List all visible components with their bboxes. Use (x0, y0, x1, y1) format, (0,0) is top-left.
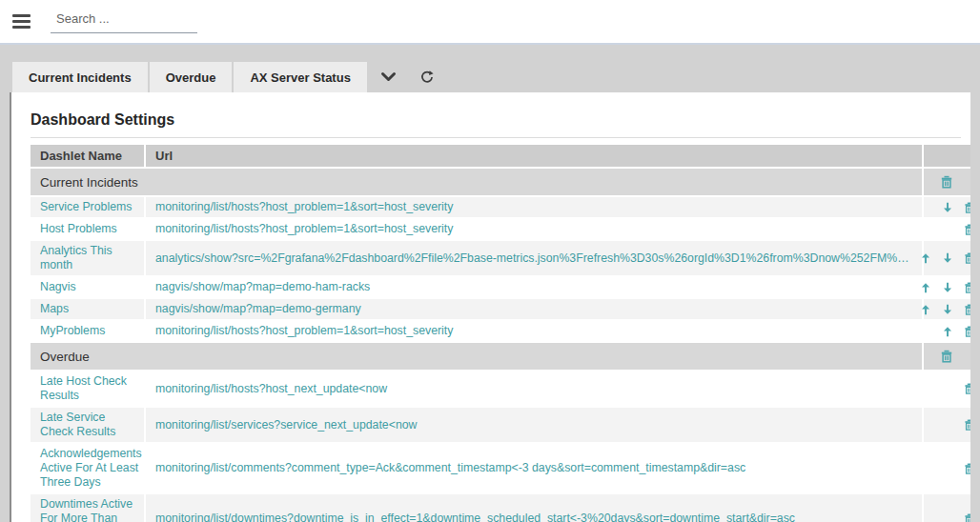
delete-button[interactable] (939, 174, 954, 190)
col-header-url: Url (145, 145, 923, 168)
row-actions (923, 218, 970, 240)
dashlet-name: Nagvis (31, 276, 145, 298)
delete-button[interactable] (963, 201, 970, 214)
dashlet-url: monitoring/list/hosts?host_problem=1&sor… (145, 218, 923, 240)
delete-button[interactable] (963, 251, 970, 265)
delete-button[interactable] (939, 349, 954, 364)
tab-current-incidents[interactable]: Current Incidents (12, 62, 148, 92)
dashlet-url: analytics/show?src=%2Fgrafana%2Fdashboar… (145, 240, 923, 276)
title-divider (31, 137, 961, 138)
dashboard-settings-panel: Dashboard Settings Dashlet Name Url Curr… (10, 92, 970, 522)
row-actions (923, 298, 970, 320)
col-header-actions (923, 145, 970, 168)
row-actions (923, 407, 970, 443)
col-header-dashlet-name: Dashlet Name (31, 145, 145, 168)
dashlet-row: Host Problemsmonitoring/list/hosts?host_… (31, 218, 970, 240)
delete-button[interactable] (963, 223, 970, 236)
trash-icon (939, 349, 954, 364)
trash-icon (963, 418, 970, 432)
trash-icon (963, 281, 970, 294)
row-actions (923, 371, 970, 407)
dashlet-url: monitoring/list/hosts?host_problem=1&sor… (145, 196, 923, 218)
trash-icon (963, 251, 970, 265)
tab-bar: Current Incidents Overdue AX Server Stat… (12, 62, 980, 92)
move-down-button[interactable] (941, 201, 954, 214)
section-title: Overdue (31, 342, 923, 371)
tab-overdue[interactable]: Overdue (150, 62, 233, 92)
trash-icon (963, 382, 970, 395)
trash-icon (963, 303, 970, 316)
move-up-button[interactable] (919, 251, 932, 265)
dashlet-name: Analytics This month (31, 240, 145, 276)
row-actions (923, 443, 970, 493)
move-up-icon (919, 303, 932, 316)
search-input[interactable] (51, 10, 197, 33)
trash-icon (963, 325, 970, 338)
move-up-icon (919, 251, 932, 265)
page-title: Dashboard Settings (19, 106, 970, 137)
dashlet-url: nagvis/show/map?map=demo-germany (145, 298, 923, 320)
trash-icon (939, 174, 954, 190)
dashlet-row: Acknowledgements Active For At Least Thr… (31, 443, 970, 493)
move-down-button[interactable] (941, 281, 954, 294)
dashlet-url: monitoring/list/hosts?host_next_update<n… (145, 371, 923, 407)
delete-button[interactable] (963, 512, 970, 522)
move-down-button[interactable] (941, 303, 954, 316)
trash-icon (963, 462, 970, 475)
dashlet-url: monitoring/list/comments?comment_type=Ac… (145, 443, 923, 493)
dashlet-url: nagvis/show/map?map=demo-ham-racks (145, 276, 923, 298)
menu-icon[interactable] (12, 11, 31, 31)
chevron-down-icon[interactable] (369, 62, 408, 92)
tab-ax-server-status[interactable]: AX Server Status (234, 62, 367, 92)
dashlet-name: Late Host Check Results (31, 371, 145, 407)
section-header-row: Current Incidents (31, 168, 970, 196)
trash-icon (963, 201, 970, 214)
row-actions (923, 276, 970, 298)
move-down-icon (941, 251, 954, 265)
move-down-icon (941, 201, 954, 214)
move-down-icon (941, 281, 954, 294)
dashlet-url: monitoring/list/services?service_next_up… (145, 407, 923, 443)
move-down-button[interactable] (941, 251, 954, 265)
row-actions (923, 240, 970, 276)
dashlet-row: Nagvisnagvis/show/map?map=demo-ham-racks (31, 276, 970, 298)
dashlet-row: Service Problemsmonitoring/list/hosts?ho… (31, 196, 970, 218)
delete-button[interactable] (963, 382, 970, 395)
dashlet-row: Mapsnagvis/show/map?map=demo-germany (31, 298, 970, 320)
move-down-icon (941, 303, 954, 316)
dashlet-url: monitoring/list/hosts?host_problem=1&sor… (145, 320, 923, 342)
delete-button[interactable] (963, 418, 970, 432)
top-bar (0, 0, 980, 45)
dashlet-row: Downtimes Active For More Than Three Day… (31, 493, 970, 522)
move-up-button[interactable] (919, 281, 932, 294)
trash-icon (963, 223, 970, 236)
dashlet-name: Acknowledgements Active For At Least Thr… (31, 443, 145, 493)
dashlet-row: MyProblemsmonitoring/list/hosts?host_pro… (31, 320, 970, 342)
dashlet-name: MyProblems (31, 320, 145, 342)
dashlet-table-body: Current IncidentsService Problemsmonitor… (31, 168, 970, 522)
delete-button[interactable] (963, 325, 970, 338)
section-title: Current Incidents (31, 168, 923, 196)
delete-button[interactable] (963, 462, 970, 475)
section-header-row: Overdue (31, 342, 970, 371)
move-up-icon (941, 325, 954, 338)
dashlet-row: Late Host Check Resultsmonitoring/list/h… (31, 371, 970, 407)
dashlet-name: Downtimes Active For More Than Three Day… (31, 493, 145, 522)
dashlet-row: Late Service Check Resultsmonitoring/lis… (31, 407, 970, 443)
dashlet-row: Analytics This monthanalytics/show?src=%… (31, 240, 970, 276)
dashlet-table: Dashlet Name Url Current IncidentsServic… (31, 145, 970, 522)
move-up-button[interactable] (941, 325, 954, 338)
row-actions (923, 320, 970, 342)
delete-button[interactable] (963, 281, 970, 294)
dashlet-name: Late Service Check Results (31, 407, 145, 443)
row-actions (923, 196, 970, 218)
table-header-row: Dashlet Name Url (31, 145, 970, 168)
move-up-icon (919, 281, 932, 294)
row-actions (923, 168, 970, 196)
row-actions (923, 493, 970, 522)
refresh-icon[interactable] (408, 62, 446, 92)
delete-button[interactable] (963, 303, 970, 316)
dashlet-name: Host Problems (31, 218, 145, 240)
dashlet-url: monitoring/list/downtimes?downtime_is_in… (145, 493, 923, 522)
move-up-button[interactable] (919, 303, 932, 316)
